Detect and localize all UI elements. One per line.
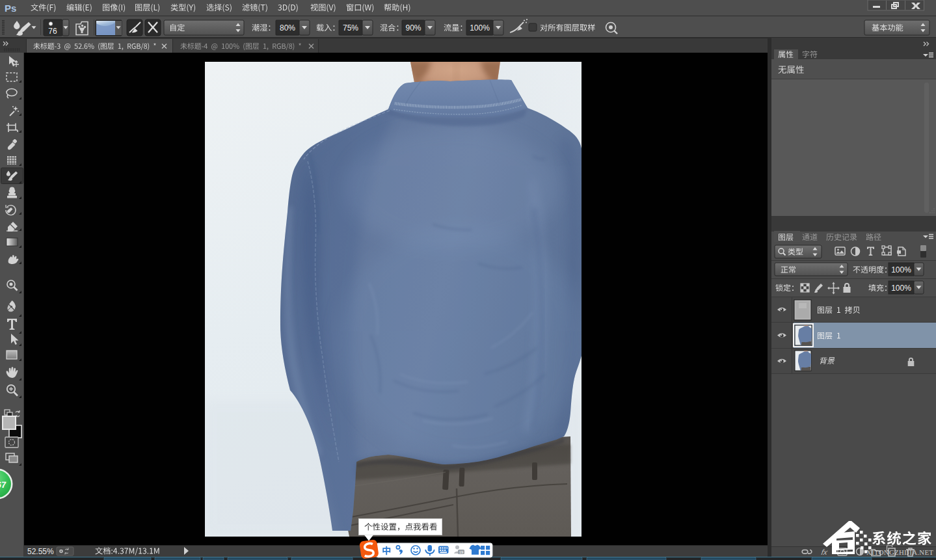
svg-text:67: 67 <box>0 480 7 490</box>
svg-text:100%: 100% <box>891 265 911 274</box>
svg-text:XITONGZHIJIA.NET: XITONGZHIJIA.NET <box>866 548 933 556</box>
svg-text:75%: 75% <box>343 23 358 33</box>
svg-text:100%: 100% <box>891 284 911 293</box>
svg-text:52.55%: 52.55% <box>27 547 54 556</box>
svg-text:76: 76 <box>48 27 57 36</box>
svg-text:100%: 100% <box>470 23 490 33</box>
svg-text:80%: 80% <box>280 23 295 33</box>
svg-text:90%: 90% <box>405 23 421 33</box>
svg-text:Ps: Ps <box>5 3 16 14</box>
svg-text:19: 19 <box>459 550 464 554</box>
